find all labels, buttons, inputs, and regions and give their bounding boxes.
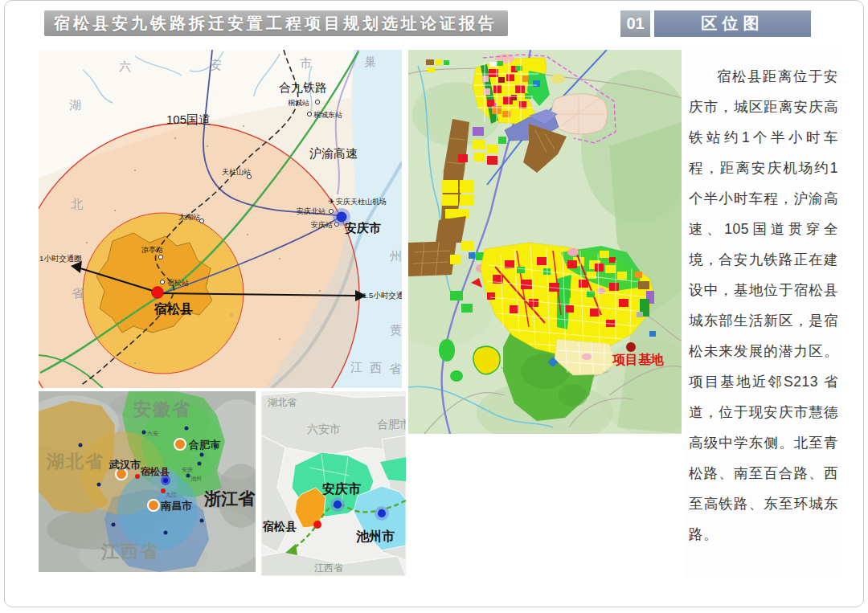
susong-dot (152, 287, 164, 299)
region-char: 江 (350, 360, 362, 374)
railway-label: 合九铁路 (279, 80, 327, 94)
susong-dot (313, 521, 321, 529)
station-tianzhushan: 天柱山站 (222, 168, 251, 176)
airport-label: 安庆天柱山机场 (336, 198, 387, 206)
hefei-label: 合肥市 (188, 439, 220, 451)
station-anqingbei: 安庆北站 (297, 207, 326, 215)
chizhou-label: 池州市 (355, 529, 395, 543)
page-number-badge: 01 (620, 10, 650, 37)
susong-label: 宿松县 (140, 466, 170, 477)
region-char: 西 (370, 361, 382, 374)
hefei-dot (174, 439, 186, 450)
anhui-label: 安徽省 (133, 399, 191, 419)
region-char: 北 (71, 197, 83, 210)
region-char: 巢 (364, 55, 376, 68)
location-description-panel: 宿松县距离位于安庆市，城区距离安庆高铁站约1个半小时车程，距离安庆机场约1个半小… (684, 50, 841, 578)
chizhou-dot (378, 509, 386, 517)
station-susong: 宿松站 (167, 279, 189, 287)
region-char: 省 (389, 362, 402, 375)
nanchang-label: 南昌市 (160, 500, 192, 512)
station-tongcheng: 桐城站 (288, 99, 309, 107)
ring-inner-label: 1小时交通圈 (39, 254, 82, 263)
susong-label: 宿松县 (262, 520, 297, 533)
region-char: 省 (72, 286, 84, 300)
report-title: 宿松县安九铁路拆迁安置工程项目规划选址论证报告 (44, 10, 508, 36)
section-title: 区位图 (654, 10, 811, 37)
expressway-label: 沪渝高速 (309, 146, 358, 160)
regional-transport-map: 六 安 市 巢 湖 北 省 州 黄 江 西 省 桐城站 桐城东站 天柱山站 太湖… (39, 50, 402, 388)
station-liangting: 凉亭站 (141, 246, 163, 254)
station-anqing: 安庆站 (311, 221, 333, 229)
pond-area (551, 74, 565, 84)
susong-inner-dot (163, 478, 168, 483)
anqing-dot (334, 501, 342, 509)
zhejiang-label: 浙江省 (203, 489, 256, 508)
anqing-city-label: 安庆市 (345, 221, 381, 235)
hubei-label: 湖北省 (46, 452, 104, 472)
chizhou-label: 池州 (190, 476, 202, 482)
corridor-route-map: 湖北省 六安市 合肥市 安庆市 宿松县 池州市 江西省 (261, 391, 406, 576)
region-char: 六 (119, 59, 131, 73)
hefei-label: 合肥市 (377, 418, 406, 431)
region-char: 安 (210, 58, 222, 72)
landuse-planning-map: 项目基地 (408, 50, 682, 434)
ring-outer-label: 1.5小时交通圈 (362, 291, 402, 300)
susong-county-label: 宿松县 (154, 301, 193, 316)
airport-icon: ✈ (328, 197, 334, 206)
project-site-dot (626, 342, 636, 352)
station-tongchengdong: 桐城东站 (313, 111, 342, 119)
station-taihu: 太湖站 (178, 213, 200, 221)
wuhan-label: 武汉市 (108, 459, 141, 471)
report-page: 宿松县安九铁路拆迁安置工程项目规划选址论证报告 01 区位图 六 安 市 (0, 0, 868, 613)
hill-shade (559, 384, 588, 407)
hubei-label: 湖北省 (268, 397, 297, 408)
anqing-label: 安庆市 (322, 481, 361, 496)
luan-label: 六安市 (307, 423, 341, 435)
jiujiang-label: 九江 (166, 492, 177, 498)
province-overview-map: 安徽省 湖北省 江西省 浙江省 合肥市 武汉市 南昌市 宿松县 六安 安庆 池州… (39, 391, 256, 572)
nanchang-dot (148, 500, 159, 511)
location-description-text: 宿松县距离位于安庆市，城区距离安庆高铁站约1个半小时车程，距离安庆机场约1个半小… (689, 61, 838, 550)
anqing-label: 安庆 (182, 467, 193, 472)
jiangxi-label: 江西省 (100, 541, 159, 562)
region-char: 黄 (390, 323, 402, 337)
national-road-label: 105国道 (166, 112, 211, 126)
luan-label: 六安 (147, 431, 158, 436)
region-char: 湖 (69, 98, 81, 112)
region-char: 市 (300, 56, 312, 70)
jiangxi-label: 江西省 (314, 562, 343, 574)
project-site-label: 项目基地 (612, 353, 664, 366)
region-char: 州 (390, 249, 402, 263)
reserve-parcel (552, 93, 608, 135)
